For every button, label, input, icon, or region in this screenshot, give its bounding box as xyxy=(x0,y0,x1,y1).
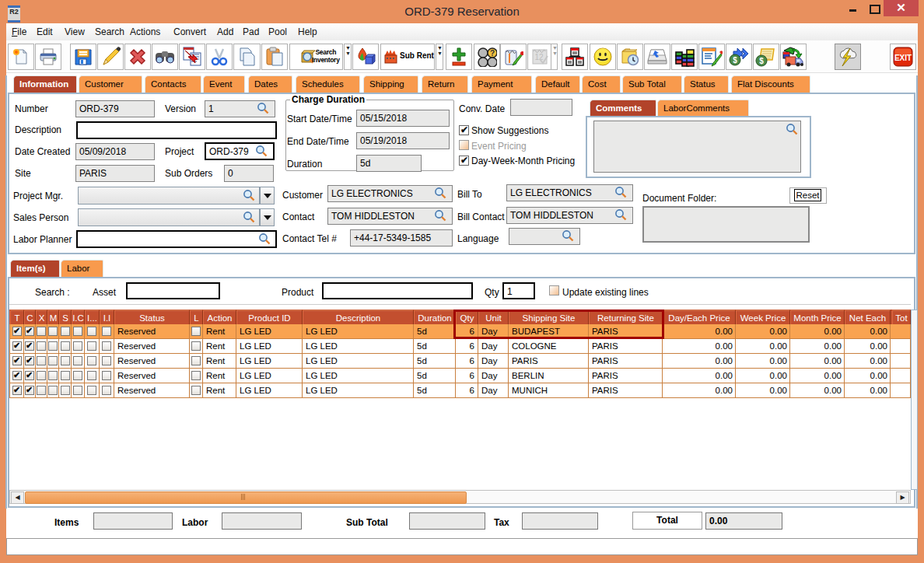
svg-text:12: 12 xyxy=(534,53,544,61)
svg-text:$: $ xyxy=(759,57,764,65)
svg-text:EXIT: EXIT xyxy=(894,54,912,62)
svg-text:$: $ xyxy=(733,56,737,65)
svg-text:?: ? xyxy=(490,49,495,58)
